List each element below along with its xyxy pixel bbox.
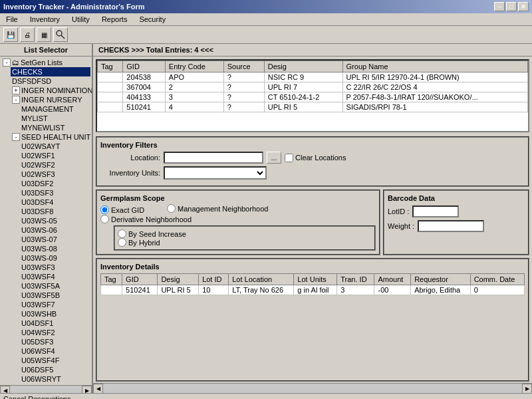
- by-hybrid-radio[interactable]: [118, 238, 126, 247]
- sidebar-indent-1: CHECKS DSFSDFSD + INGER NOMINATION LI...…: [11, 67, 90, 384]
- search-button[interactable]: [53, 27, 68, 42]
- sidebar-item-seed-health[interactable]: - SEED HEALTH UNIT: [11, 132, 90, 142]
- print-button[interactable]: 🖨: [20, 27, 35, 42]
- weight-input[interactable]: [418, 220, 484, 232]
- sidebar-setgen-root[interactable]: - 🗂 SetGen Lists: [1, 58, 90, 67]
- menu-file[interactable]: File: [3, 15, 21, 24]
- sidebar-item-u02wsayt[interactable]: U02WSAYT: [20, 142, 90, 151]
- table-row[interactable]: 404133 3 ? CT 6510-24-1-2 P 2057-F48-3-1…: [98, 92, 528, 102]
- sidebar-item-u03dsf4[interactable]: U03DSF4: [20, 198, 90, 207]
- sidebar-item-u03wsf5a[interactable]: U03WSF5A: [20, 281, 90, 291]
- sidebar-item-u03dsf8[interactable]: U03DSF8: [20, 207, 90, 216]
- sidebar-item-u02wsf3[interactable]: U02WSF3: [20, 170, 90, 179]
- expander-seed-health[interactable]: -: [12, 133, 20, 141]
- menu-security[interactable]: Security: [136, 15, 168, 24]
- weight-row: Weight :: [388, 220, 525, 232]
- detail-col-tranid: Tran. ID: [337, 274, 374, 285]
- sidebar-item-u06wsryt[interactable]: U06WSRYT: [20, 374, 90, 384]
- scroll-right-button[interactable]: ▶: [522, 384, 532, 394]
- sidebar-item-u03wsf4[interactable]: U03WSF4: [20, 272, 90, 281]
- expander-inger-nursery[interactable]: -: [12, 96, 20, 104]
- menu-inventory[interactable]: Inventory: [27, 15, 63, 24]
- sidebar-item-checks[interactable]: CHECKS: [11, 67, 90, 76]
- exact-gid-label: Exact GID: [111, 206, 144, 214]
- detail-col-lotloc: Lot Location: [229, 274, 294, 285]
- sidebar-item-management[interactable]: MANAGEMENT: [20, 104, 90, 114]
- sidebar-item-u03ws06[interactable]: U03WS-06: [20, 225, 90, 235]
- sidebar-item-inger-nomination[interactable]: + INGER NOMINATION LI...: [11, 86, 90, 95]
- sidebar-item-dsfsdsfsd[interactable]: DSFSDFSD: [11, 76, 90, 86]
- cell-group-name: P 2057-F48-3-1/IRAT 120//SUAKOKO/...: [342, 92, 527, 102]
- cell-desig: CT 6510-24-1-2: [264, 92, 342, 102]
- germplasm-scope: Germplasm Scope Exact GID Management Nei…: [96, 190, 380, 255]
- sidebar-item-u06dsf5[interactable]: U06DSF5: [20, 365, 90, 374]
- sidebar-item-u03dsf3[interactable]: U03DSF3: [20, 188, 90, 198]
- sidebar-item-u06wsf4[interactable]: U06WSF4: [20, 346, 90, 356]
- sidebar-item-mylist[interactable]: MYLIST: [20, 114, 90, 123]
- sidebar-item-u03wshb[interactable]: U03WSHB: [20, 309, 90, 319]
- menu-reports[interactable]: Reports: [99, 15, 130, 24]
- sidebar-inger-nursery-children: MANAGEMENT MYLIST MYNEWLIST: [20, 104, 90, 132]
- col-gid: GID: [123, 61, 166, 72]
- menu-utility[interactable]: Utility: [69, 15, 92, 24]
- sidebar-item-u06wsf4f[interactable]: U05WSF4F: [20, 356, 90, 365]
- lotid-input[interactable]: [412, 205, 459, 217]
- col-source: Source: [223, 61, 264, 72]
- expander-inger-nom[interactable]: +: [12, 86, 20, 94]
- by-hybrid-label: By Hybrid: [128, 239, 160, 247]
- sidebar-item-u03ws09[interactable]: U03WS-09: [20, 253, 90, 263]
- col-desig: Desig: [264, 61, 342, 72]
- derivative-radio[interactable]: [100, 215, 109, 223]
- details-title: Inventory Details: [100, 263, 525, 271]
- sidebar-item-u02wsf2[interactable]: U02WSF2: [20, 160, 90, 170]
- location-input[interactable]: [164, 152, 263, 164]
- table-row[interactable]: 204538 APO ? NSIC RC 9 UPL RI 5/IR 12970…: [98, 72, 528, 82]
- sidebar-item-u05dsf3[interactable]: U05DSF3: [20, 337, 90, 346]
- sidebar-item-u03dsf2[interactable]: U03DSF2: [20, 179, 90, 188]
- scroll-track[interactable]: [103, 384, 522, 393]
- clear-locations-checkbox[interactable]: [285, 154, 293, 162]
- main-table: Tag GID Entry Code Source Desig Group Na…: [97, 61, 528, 112]
- detail-tranid: 3: [337, 285, 374, 295]
- sidebar-item-u03ws05[interactable]: U03WS-05: [20, 216, 90, 225]
- sidebar-item-u04dsf1[interactable]: U04DSF1: [20, 319, 90, 328]
- sidebar-item-u03wsf3[interactable]: U03WSF3: [20, 263, 90, 272]
- sidebar-item-mynewlist[interactable]: MYNEWLIST: [20, 123, 90, 132]
- title-bar-buttons: ─ □ ✕: [494, 2, 529, 11]
- grid-button[interactable]: ▦: [37, 27, 51, 42]
- management-radio[interactable]: [167, 204, 176, 213]
- save-button[interactable]: 💾: [3, 27, 18, 42]
- sidebar-item-u04wsf2[interactable]: U04WSF2: [20, 328, 90, 337]
- by-seed-radio[interactable]: [118, 229, 126, 238]
- main-content: List Selector - 🗂 SetGen Lists CHECKS DS…: [0, 44, 532, 393]
- table-row[interactable]: 367004 2 ? UPL RI 7 C 22/IR 26/C 22/OS 4: [98, 82, 528, 92]
- sidebar-item-u03ws08[interactable]: U03WS-08: [20, 244, 90, 253]
- sidebar-scroll-left[interactable]: ◀: [0, 386, 10, 394]
- sidebar-item-u03ws07[interactable]: U03WS-07: [20, 235, 90, 244]
- sidebar-item-u03wsf7[interactable]: U03WSF7: [20, 300, 90, 309]
- close-button[interactable]: ✕: [518, 2, 529, 11]
- breadcrumb: CHECKS >>> Total Entries: 4 <<<: [93, 44, 532, 57]
- sidebar-item-inger-nursery[interactable]: - INGER NURSERY: [11, 95, 90, 104]
- inventory-filters: Inventory Filters Location: ... Clear Lo…: [96, 136, 529, 187]
- detail-lotid: 10: [199, 285, 229, 295]
- sidebar-scroll-track[interactable]: [10, 386, 82, 393]
- sidebar-item-u03wsf5b[interactable]: U03WSF5B: [20, 291, 90, 300]
- sidebar-scroll-right[interactable]: ▶: [82, 386, 92, 394]
- scroll-left-button[interactable]: ◀: [93, 384, 103, 394]
- minimize-button[interactable]: ─: [494, 2, 505, 11]
- maximize-button[interactable]: □: [506, 2, 517, 11]
- cell-gid: 367004: [123, 82, 166, 92]
- table-row[interactable]: 510241 4 ? UPL RI 5 SIGADIS/RPI 78-1: [98, 102, 528, 112]
- table-header-row: Tag GID Entry Code Source Desig Group Na…: [98, 61, 528, 72]
- sidebar-item-u02wsf1[interactable]: U02WSF1: [20, 151, 90, 160]
- cell-source: ?: [223, 92, 264, 102]
- location-ellipsis-button[interactable]: ...: [267, 152, 281, 164]
- expander-setgen[interactable]: -: [3, 59, 11, 66]
- details-row[interactable]: 510241 UPL RI 5 10 LT, Tray No 626 g in …: [101, 285, 525, 295]
- inventory-units-select[interactable]: [164, 166, 267, 180]
- clear-locations-label[interactable]: Clear Locations: [285, 154, 346, 162]
- exact-gid-radio[interactable]: [100, 205, 109, 214]
- sidebar-header: List Selector: [0, 44, 92, 57]
- derivative-row: Derivative Neighborhood: [100, 215, 376, 223]
